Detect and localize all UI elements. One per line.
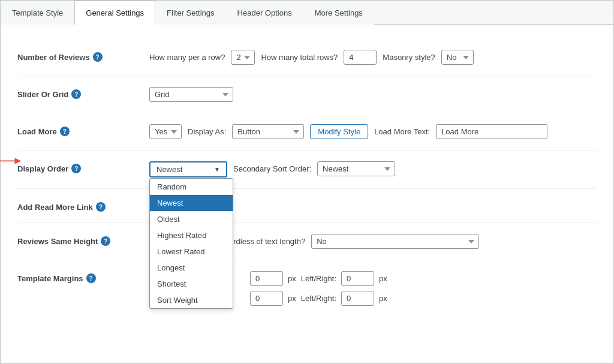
dropdown-item-lowest-rated[interactable]: Lowest Rated [150, 243, 233, 260]
add-read-more-label: Add Read More Link ? [17, 200, 149, 212]
display-order-trigger[interactable]: Newest ▼ [149, 161, 227, 178]
number-of-reviews-help-icon[interactable]: ? [93, 52, 103, 62]
dropdown-item-random[interactable]: Random [150, 179, 233, 195]
reviews-same-height-select[interactable]: No Yes [311, 234, 479, 249]
reviews-same-height-row: Reviews Same Height ? be the same height… [17, 223, 597, 260]
mobile-topbottom-input[interactable] [250, 291, 283, 306]
load-more-label: Load More ? [17, 124, 149, 136]
display-order-dropdown-wrapper: Newest ▼ Random Newest Oldest Highest Ra… [149, 161, 227, 178]
number-of-reviews-controls: How many per a row? 2 1 3 4 5 6 How many… [149, 50, 597, 65]
display-order-controls: Newest ▼ Random Newest Oldest Highest Ra… [149, 161, 597, 178]
desktop-leftright-label: Left/Right: [301, 274, 336, 283]
desktop-leftright-px: px [379, 274, 387, 283]
masonry-label: Masonry style? [383, 53, 435, 62]
total-rows-input[interactable] [344, 50, 377, 65]
tab-header-options[interactable]: Header Options [226, 1, 303, 25]
per-row-select[interactable]: 2 1 3 4 5 6 [231, 50, 255, 65]
per-row-label: How many per a row? [149, 53, 225, 62]
display-order-label: Display Order ? [17, 161, 149, 173]
desktop-topbottom-px: px [288, 274, 296, 283]
slider-or-grid-label: Slider Or Grid ? [17, 87, 149, 99]
display-order-help-icon[interactable]: ? [71, 164, 81, 173]
tab-template-style[interactable]: Template Style [1, 1, 74, 25]
number-of-reviews-label: Number of Reviews ? [17, 50, 149, 62]
display-as-label: Display As: [188, 127, 226, 136]
mobile-leftright-input[interactable] [341, 291, 374, 306]
reviews-same-height-help-icon[interactable]: ? [101, 236, 110, 246]
mobile-topbottom-px: px [288, 294, 296, 303]
slider-or-grid-select[interactable]: Grid Slider [149, 87, 233, 102]
display-as-select[interactable]: Button Infinite Scroll Load On Click [232, 124, 304, 139]
load-more-text-input[interactable] [436, 124, 547, 139]
total-rows-label: How many total rows? [261, 53, 338, 62]
secondary-sort-select[interactable]: Newest Oldest Highest Rated Lowest Rated… [317, 161, 395, 176]
dropdown-item-oldest[interactable]: Oldest [150, 211, 233, 227]
load-more-yes-no-select[interactable]: Yes No [149, 124, 182, 139]
desktop-leftright-input[interactable] [341, 271, 374, 286]
masonry-select[interactable]: No Yes [441, 50, 474, 65]
mobile-leftright-label: Left/Right: [301, 294, 336, 303]
load-more-help-icon[interactable]: ? [60, 127, 70, 136]
tab-bar: Template Style General Settings Filter S… [1, 1, 613, 25]
dropdown-item-longest[interactable]: Longest [150, 260, 233, 276]
slider-or-grid-help-icon[interactable]: ? [71, 89, 81, 99]
template-margins-label: Template Margins ? [17, 271, 149, 283]
add-read-more-row: Add Read More Link ? [17, 189, 597, 223]
svg-marker-1 [15, 158, 22, 164]
settings-panel: Template Style General Settings Filter S… [0, 0, 614, 364]
mobile-leftright-px: px [379, 294, 387, 303]
template-margins-help-icon[interactable]: ? [86, 273, 96, 283]
tab-more-settings[interactable]: More Settings [303, 1, 374, 25]
dropdown-item-sort-weight[interactable]: Sort Weight [150, 292, 233, 308]
dropdown-item-shortest[interactable]: Shortest [150, 276, 233, 292]
arrow-annotation [0, 152, 22, 172]
tab-general-settings[interactable]: General Settings [74, 1, 155, 25]
add-read-more-help-icon[interactable]: ? [96, 202, 106, 212]
dropdown-chevron-icon: ▼ [214, 166, 220, 173]
dropdown-item-highest-rated[interactable]: Highest Rated [150, 227, 233, 243]
load-more-row: Load More ? Yes No Display As: Button In… [17, 113, 597, 151]
secondary-sort-label: Secondary Sort Order: [233, 161, 311, 173]
desktop-topbottom-input[interactable] [250, 271, 283, 286]
slider-or-grid-controls: Grid Slider [149, 87, 597, 102]
load-more-text-label: Load More Text: [374, 127, 430, 136]
template-margins-row: Template Margins ? Desktop - Top/Bottom:… [17, 260, 597, 317]
content-area: Number of Reviews ? How many per a row? … [1, 25, 613, 331]
load-more-controls: Yes No Display As: Button Infinite Scrol… [149, 124, 597, 139]
display-order-row: Display Order ? Newest ▼ Random Newest O… [17, 151, 597, 189]
slider-or-grid-row: Slider Or Grid ? Grid Slider [17, 76, 597, 113]
modify-style-button[interactable]: Modify Style [310, 124, 368, 139]
tab-filter-settings[interactable]: Filter Settings [155, 1, 225, 25]
reviews-same-height-label: Reviews Same Height ? [17, 234, 149, 246]
display-order-menu: Random Newest Oldest Highest Rated Lowes… [149, 178, 233, 309]
display-order-current: Newest [156, 165, 182, 174]
number-of-reviews-row: Number of Reviews ? How many per a row? … [17, 39, 597, 76]
dropdown-item-newest[interactable]: Newest [150, 195, 233, 211]
